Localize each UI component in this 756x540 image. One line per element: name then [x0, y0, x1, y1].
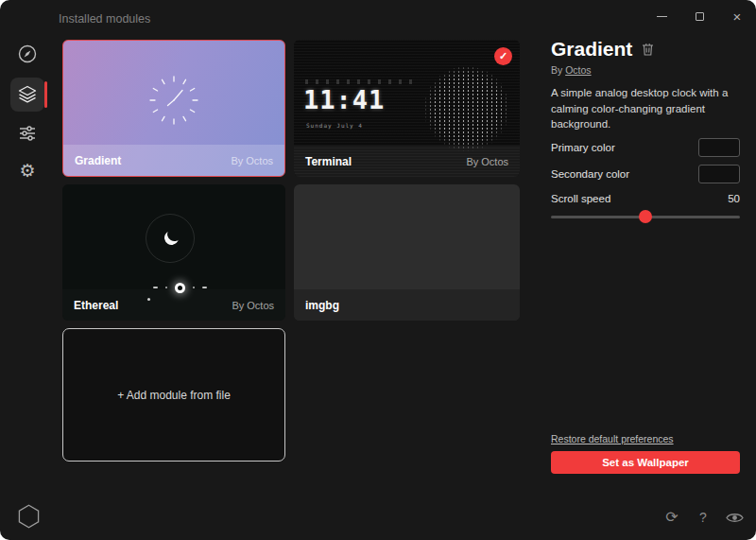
help-icon: ? [699, 511, 707, 524]
crescent-moon-icon [163, 229, 180, 246]
card-footer: imgbg [294, 289, 520, 321]
module-card-terminal[interactable]: ✓ 11:41 Sunday July 4 Terminal By Octos [294, 40, 520, 177]
terminal-ascii-decoration [305, 79, 417, 84]
octos-logo-hexagon [16, 503, 42, 530]
sidebar-item-settings[interactable]: ⚙ [10, 153, 44, 187]
app-window: Installed modules × ⚙ [0, 0, 756, 540]
sidebar-selected-indicator [44, 81, 47, 108]
details-panel: Gradient By Octos A simple analog deskto… [551, 0, 740, 540]
refresh-icon: ⟳ [665, 510, 678, 525]
module-title: Ethereal [74, 299, 118, 312]
compass-icon [16, 43, 39, 65]
slider-thumb[interactable] [639, 210, 652, 223]
module-card-gradient[interactable]: Gradient By Octos [62, 40, 285, 177]
terminal-clock-date: Sunday July 4 [306, 122, 363, 129]
trash-icon [642, 43, 654, 56]
restore-defaults-link[interactable]: Restore default preferences [551, 433, 674, 444]
scroll-speed-label: Scroll speed [551, 193, 610, 204]
secondary-color-label: Secondary color [551, 168, 629, 180]
sliders-icon [16, 122, 39, 145]
scroll-speed-value: 50 [728, 193, 740, 204]
set-wallpaper-button[interactable]: Set as Wallpaper [551, 451, 740, 474]
scroll-speed-slider[interactable] [551, 210, 740, 223]
ascii-globe-graphic [423, 66, 510, 153]
refresh-button[interactable]: ⟳ [662, 507, 682, 528]
module-title: imgbg [305, 299, 339, 312]
module-title: Gradient [75, 154, 121, 167]
module-card-ethereal[interactable]: Ethereal By Octos [62, 184, 285, 321]
eye-icon [726, 512, 744, 524]
active-wallpaper-badge: ✓ [494, 47, 512, 65]
check-icon: ✓ [499, 50, 507, 62]
footer-toolbar: ⟳ ? [662, 507, 745, 528]
details-byline: By Octos [551, 64, 592, 76]
preview-button[interactable] [724, 507, 745, 528]
secondary-color-swatch[interactable] [698, 165, 740, 183]
module-author: By Octos [466, 156, 508, 167]
sidebar-item-installed-modules[interactable] [10, 78, 44, 112]
card-footer: Gradient By Octos [63, 145, 284, 176]
sidebar-item-discover[interactable] [10, 37, 44, 71]
gear-icon: ⚙ [19, 162, 35, 180]
terminal-clock-time: 11:41 [303, 85, 385, 114]
analog-clock-icon [147, 74, 200, 127]
card-footer: Terminal By Octos [294, 146, 520, 177]
window-title: Installed modules [59, 12, 150, 26]
author-link[interactable]: Octos [565, 64, 591, 76]
module-author: By Octos [231, 155, 273, 166]
layers-icon [16, 83, 39, 106]
module-card-imgbg[interactable]: imgbg [294, 184, 520, 321]
primary-color-swatch[interactable] [698, 138, 740, 157]
details-description: A simple analog desktop clock with a cal… [551, 85, 740, 132]
module-title: Terminal [305, 155, 352, 168]
card-footer: Ethereal By Octos [62, 289, 285, 321]
help-button[interactable]: ? [693, 507, 713, 528]
delete-module-button[interactable] [642, 43, 654, 56]
add-module-card[interactable]: + Add module from file [62, 328, 285, 462]
details-title: Gradient [551, 38, 632, 61]
add-module-label: + Add module from file [117, 389, 231, 402]
moon-circle-graphic [146, 214, 195, 263]
sidebar-item-controls[interactable] [10, 116, 44, 150]
primary-color-label: Primary color [551, 142, 615, 153]
module-author: By Octos [232, 300, 274, 311]
